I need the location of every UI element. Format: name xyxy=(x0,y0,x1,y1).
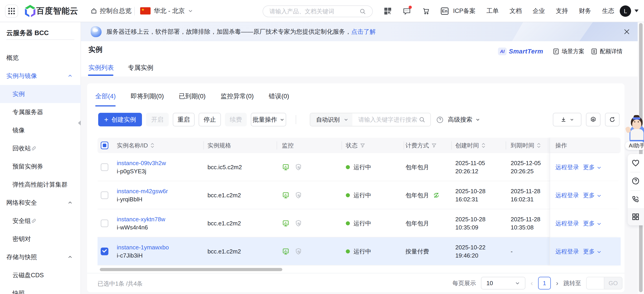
ai-assistant-label[interactable]: AI助手 xyxy=(625,141,644,150)
scene-plan-entry[interactable]: 场景方案 xyxy=(552,47,584,55)
start-button[interactable]: 开启 xyxy=(146,113,169,126)
remote-login-link[interactable]: 远程登录 xyxy=(555,220,579,227)
chevron-up-icon[interactable] xyxy=(68,255,72,260)
create-instance-button[interactable]: +创建实例 xyxy=(98,113,142,126)
sort-icon[interactable] xyxy=(150,142,155,148)
banner-close-icon[interactable] xyxy=(623,28,630,35)
batch-actions-button[interactable]: 批量操作 xyxy=(251,113,286,126)
row-checkbox[interactable] xyxy=(101,191,108,199)
column-header-0[interactable]: 实例名称/ID xyxy=(117,138,155,153)
sidebar-item-7[interactable]: 弹性高性能计算集群 xyxy=(0,176,81,194)
go-button[interactable]: GO xyxy=(604,277,622,290)
sidebar-item-2[interactable]: 实例 xyxy=(0,85,81,103)
sidebar-item-6[interactable]: 预留实例券 xyxy=(0,157,81,176)
header-nav-4[interactable]: 支持 xyxy=(556,7,568,15)
row-checkbox[interactable] xyxy=(101,163,108,171)
sidebar-item-8[interactable]: 网络和安全 xyxy=(0,194,81,212)
qrcode-icon[interactable] xyxy=(384,7,392,15)
global-search-input[interactable]: 请输入产品、文档关键词 xyxy=(262,5,373,17)
sidebar-collapse-handle[interactable] xyxy=(78,120,82,126)
chevron-up-icon[interactable] xyxy=(68,73,72,78)
header-nav-0[interactable]: ICP备案 xyxy=(453,7,476,15)
column-header-5[interactable]: 创建时间 xyxy=(455,138,486,153)
messages-icon[interactable] xyxy=(403,7,411,15)
sidebar-item-4[interactable]: 镜像 xyxy=(0,121,81,139)
sidebar-item-11[interactable]: 存储与快照 xyxy=(0,248,81,266)
sidebar-item-3[interactable]: 专属服务器 xyxy=(0,103,81,121)
instance-name-link[interactable]: instance-xyktn78w xyxy=(117,215,165,223)
column-header-3[interactable]: 状态 xyxy=(346,138,365,153)
search-icon[interactable] xyxy=(359,8,366,15)
instance-name-link[interactable]: instance-09tv3h2w xyxy=(117,159,166,167)
page-tab-1[interactable]: 专属实例 xyxy=(128,63,153,72)
smartterm-entry[interactable]: AI SmartTerm xyxy=(498,47,543,55)
region-selector[interactable]: 华北 - 北京 xyxy=(140,0,193,22)
more-actions-link[interactable]: 更多 xyxy=(583,220,595,227)
sidebar-item-12[interactable]: 云磁盘CDS xyxy=(0,266,81,284)
row-checkbox[interactable] xyxy=(101,248,108,255)
refresh-button[interactable] xyxy=(605,113,620,126)
instance-name-link[interactable]: instance-m42gsw6r xyxy=(117,187,168,195)
security-scan-icon[interactable] xyxy=(294,191,302,199)
more-actions-link[interactable]: 更多 xyxy=(583,163,595,171)
header-nav-6[interactable]: 生态 xyxy=(602,7,614,15)
apps-button[interactable] xyxy=(628,208,644,225)
app-launcher-icon[interactable] xyxy=(5,4,18,18)
select-all-checkbox[interactable] xyxy=(101,142,108,149)
sidebar-item-0[interactable]: 概览 xyxy=(0,49,81,67)
per-page-select[interactable]: 10 xyxy=(481,277,526,290)
filter-tab-1[interactable]: 即将到期(0) xyxy=(130,92,164,101)
column-header-4[interactable]: 计费方式 xyxy=(406,138,437,153)
next-page-button[interactable]: › xyxy=(551,279,564,287)
stop-button[interactable]: 停止 xyxy=(199,113,221,126)
security-scan-icon[interactable] xyxy=(294,163,302,171)
column-header-6[interactable]: 到期时间 xyxy=(511,138,541,153)
baidu-cloud-logo[interactable] xyxy=(24,0,37,22)
help-icon[interactable] xyxy=(436,116,444,124)
current-page[interactable]: 1 xyxy=(538,277,551,290)
jump-page-input[interactable] xyxy=(586,277,604,290)
search-icon[interactable] xyxy=(418,116,426,123)
header-nav-1[interactable]: 工单 xyxy=(486,7,499,15)
sort-icon[interactable] xyxy=(481,142,486,148)
horizontal-scrollbar[interactable] xyxy=(100,268,282,271)
remote-login-link[interactable]: 远程登录 xyxy=(555,248,579,256)
sidebar-item-5[interactable]: 回收站 xyxy=(0,139,81,157)
filter-icon[interactable] xyxy=(360,143,365,148)
user-avatar[interactable]: L xyxy=(620,5,631,17)
sidebar-item-13[interactable]: 快照 xyxy=(0,284,81,294)
settings-button[interactable] xyxy=(586,113,600,126)
more-actions-link[interactable]: 更多 xyxy=(583,191,595,199)
remote-login-link[interactable]: 远程登录 xyxy=(555,191,579,199)
security-scan-icon[interactable] xyxy=(294,220,302,227)
search-type-select[interactable]: 自动识别 xyxy=(310,113,352,126)
sidebar-item-1[interactable]: 实例与镜像 xyxy=(0,67,81,85)
instance-name-link[interactable]: instance-1ymawxbo xyxy=(117,243,169,252)
sidebar-item-10[interactable]: 密钥对 xyxy=(0,230,81,248)
filter-tab-4[interactable]: 错误(0) xyxy=(269,92,289,101)
restart-button[interactable]: 重启 xyxy=(173,113,194,126)
advanced-search-toggle[interactable]: 高级搜索 xyxy=(448,113,480,126)
security-scan-icon[interactable] xyxy=(294,248,302,255)
monitor-icon[interactable] xyxy=(282,163,290,171)
header-nav-3[interactable]: 企业 xyxy=(533,7,545,15)
banner-link[interactable]: 点击了解 xyxy=(351,28,376,35)
header-nav-5[interactable]: 财务 xyxy=(579,7,591,15)
page-tab-0[interactable]: 实例列表 xyxy=(88,63,114,72)
export-button[interactable] xyxy=(553,113,582,126)
monitor-icon[interactable] xyxy=(282,191,290,199)
sort-icon[interactable] xyxy=(536,142,541,148)
sidebar-item-9[interactable]: 安全组 xyxy=(0,212,81,230)
monitor-icon[interactable] xyxy=(282,248,290,255)
contact-button[interactable] xyxy=(628,191,644,208)
filter-tab-0[interactable]: 全部(4) xyxy=(95,92,116,101)
renew-button[interactable]: 续费 xyxy=(225,113,247,126)
help-center-button[interactable] xyxy=(628,172,644,190)
language-toggle[interactable]: En xyxy=(441,7,448,15)
filter-tab-3[interactable]: 监控异常(0) xyxy=(221,92,254,101)
console-overview-link[interactable]: 控制台总览 xyxy=(90,0,132,22)
prev-page-button[interactable]: ‹ xyxy=(526,279,538,287)
filter-icon[interactable] xyxy=(431,143,437,148)
more-actions-link[interactable]: 更多 xyxy=(583,248,595,256)
chevron-up-icon[interactable] xyxy=(68,200,72,205)
